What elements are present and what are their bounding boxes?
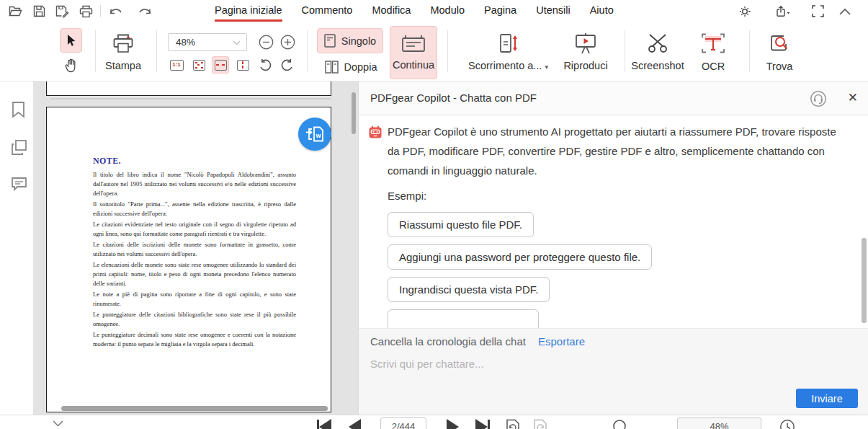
next-view-button[interactable] — [533, 419, 547, 429]
example-partial-button[interactable] — [388, 309, 539, 328]
main-area: NOTE. Il titolo del libro indica il nome… — [0, 81, 868, 415]
example-zoom-button[interactable]: Ingrandisci questa vista PDF. — [388, 277, 550, 302]
export-chat-link[interactable]: Esportare — [538, 335, 585, 348]
pdf-paragraph: Le elencazioni delle monete sono state r… — [93, 260, 296, 288]
save-icon[interactable] — [30, 3, 48, 19]
previous-view-button[interactable] — [506, 419, 520, 429]
double-page-button[interactable]: Doppia — [318, 57, 384, 77]
convert-to-word-badge[interactable]: w — [298, 118, 331, 151]
zoom-level-select[interactable]: 48% — [168, 33, 247, 51]
first-page-button[interactable] — [317, 419, 331, 429]
fit-width-button[interactable] — [212, 56, 229, 74]
ocr-button[interactable]: OCR — [693, 27, 733, 76]
one-to-one-icon: 1:1 — [170, 60, 184, 71]
example-password-button[interactable]: Aggiungi una password per proteggere que… — [388, 244, 652, 270]
menu-commento[interactable]: Commento — [302, 0, 353, 22]
toolbar-divider — [95, 30, 96, 72]
pdf-paragraph: Le punteggiature delle citazioni bibliog… — [93, 310, 296, 329]
open-file-icon[interactable] — [6, 3, 24, 19]
hand-tool-button[interactable] — [61, 56, 81, 76]
screenshot-label: Screenshot — [631, 60, 684, 71]
zoom-in-button[interactable] — [279, 34, 295, 50]
copilot-scrollbar[interactable] — [862, 238, 867, 323]
main-toolbar: Stampa 48% 1:1 — [0, 22, 868, 81]
menu-modifica[interactable]: Modifica — [372, 0, 411, 22]
pdf-page-current: NOTE. Il titolo del libro indica il nome… — [46, 107, 331, 412]
print-button[interactable]: Stampa — [102, 27, 144, 76]
printer-icon — [112, 33, 134, 54]
zoom-level-value: 48% — [176, 37, 195, 48]
scrolling-mode-button[interactable]: Scorrimento a... ▾ — [456, 27, 560, 76]
print-icon[interactable] — [76, 3, 95, 19]
clear-chat-history-button[interactable]: Cancella la cronologia della chat — [370, 335, 526, 348]
theme-brightness-icon[interactable] — [732, 3, 759, 19]
find-label: Trova — [766, 61, 793, 72]
menu-aiuto[interactable]: Aiuto — [590, 0, 614, 22]
copilot-panel: PDFgear Copilot - Chatta con PDF ✕ PDFge… — [358, 81, 868, 415]
find-button[interactable]: Trova — [758, 27, 801, 76]
fit-page-icon — [193, 60, 205, 71]
menu-pagina-iniziale[interactable]: Pagina iniziale — [215, 0, 282, 22]
copilot-robot-icon — [369, 125, 382, 138]
pdf-paragraph: Le note a piè di pagina sono riportate a… — [93, 290, 296, 309]
screenshot-button[interactable]: Screenshot — [631, 27, 684, 76]
status-zoom-level[interactable]: 48% — [677, 417, 761, 429]
pdf-paragraph: Il sottotitolo "Parte prima...", assente… — [93, 200, 296, 218]
send-button[interactable]: Inviare — [796, 389, 858, 408]
copilot-intro-message: PDFgear Copilot è uno strumento AI proge… — [388, 122, 843, 180]
select-tool-button[interactable] — [60, 28, 82, 53]
continuous-view-button[interactable]: Continua — [390, 26, 437, 79]
menu-modulo[interactable]: Modulo — [430, 0, 465, 22]
fit-page-button[interactable] — [190, 56, 207, 74]
toolbar-divider — [749, 30, 750, 72]
fit-height-icon — [237, 60, 249, 71]
vertical-scrolling-icon — [498, 32, 519, 54]
toolbar-divider — [156, 30, 157, 72]
double-page-label: Doppia — [344, 61, 377, 73]
document-vertical-scrollbar[interactable] — [352, 92, 356, 134]
close-panel-icon[interactable]: ✕ — [848, 90, 858, 106]
reading-timer-button[interactable] — [779, 419, 795, 429]
play-presentation-button[interactable]: Riproduci — [560, 27, 611, 76]
continuous-view-icon — [401, 34, 426, 53]
chevron-down-icon — [233, 40, 241, 45]
document-horizontal-scrollbar[interactable] — [61, 406, 328, 411]
zoom-tool-button[interactable] — [612, 419, 630, 429]
menu-utensili[interactable]: Utensili — [536, 0, 571, 22]
word-convert-icon: w — [305, 125, 325, 143]
save-as-icon[interactable] — [53, 3, 72, 19]
chat-input[interactable]: Scrivi qui per chattare... — [370, 358, 774, 370]
triangle-left-icon — [319, 419, 331, 429]
actual-size-button[interactable]: 1:1 — [168, 56, 185, 74]
pdf-paragraph: Le punteggiature decimali sono state res… — [93, 330, 296, 349]
example-summarize-button[interactable]: Riassumi questo file PDF. — [388, 212, 534, 237]
previous-page-button[interactable] — [349, 419, 361, 429]
last-page-button[interactable] — [475, 419, 490, 429]
status-bar: 2/444 48% — [0, 415, 868, 429]
collapse-sidebar-icon[interactable] — [50, 418, 65, 428]
hand-icon — [64, 58, 79, 74]
magnifier-icon — [612, 419, 630, 429]
page-thumbnails-icon[interactable] — [11, 139, 27, 155]
support-headset-icon[interactable] — [809, 89, 828, 108]
single-page-button[interactable]: Singolo — [317, 28, 383, 53]
redo-icon[interactable] — [135, 3, 154, 19]
fit-height-button[interactable] — [234, 56, 251, 74]
comments-panel-icon[interactable] — [11, 176, 27, 192]
page-number-input[interactable]: 2/444 — [380, 417, 426, 429]
next-page-button[interactable] — [447, 419, 459, 429]
zoom-out-button[interactable] — [258, 34, 274, 50]
title-bar: Pagina iniziale Commento Modifica Modulo… — [0, 0, 868, 22]
bookmarks-panel-icon[interactable] — [11, 101, 27, 117]
share-export-icon[interactable] — [769, 3, 797, 19]
rotate-right-button[interactable] — [279, 56, 296, 74]
document-viewport[interactable]: NOTE. Il titolo del libro indica il nome… — [33, 81, 358, 415]
rotate-cw-icon — [281, 58, 294, 71]
fit-width-icon — [215, 60, 227, 71]
collapse-toolbar-icon[interactable] — [836, 3, 854, 19]
fullscreen-icon[interactable] — [808, 3, 827, 19]
continuous-view-label: Continua — [390, 59, 437, 71]
menu-pagina[interactable]: Pagina — [484, 0, 516, 22]
rotate-left-button[interactable] — [256, 56, 274, 74]
undo-icon[interactable] — [107, 3, 125, 19]
